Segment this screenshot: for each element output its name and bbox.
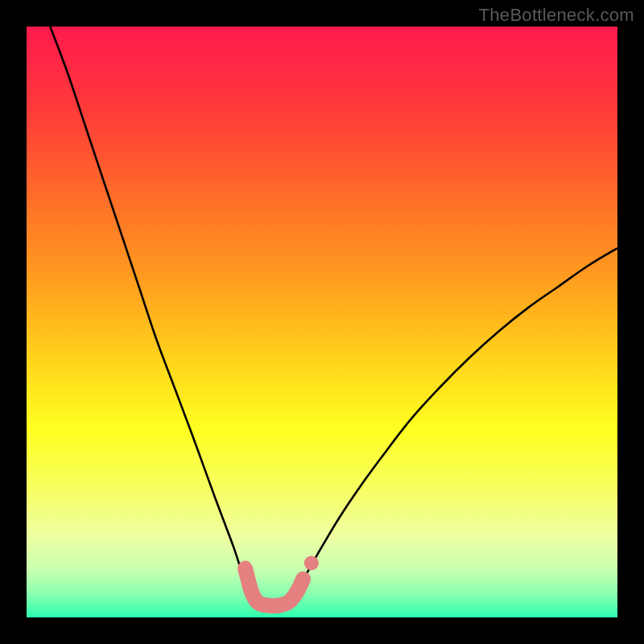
watermark-text: TheBottleneck.com — [479, 5, 634, 26]
chart-svg — [27, 27, 617, 617]
chart-frame: TheBottleneck.com — [0, 0, 644, 644]
gradient-background — [27, 27, 617, 617]
series-right-dot — [304, 555, 319, 570]
plot-area — [27, 27, 617, 617]
